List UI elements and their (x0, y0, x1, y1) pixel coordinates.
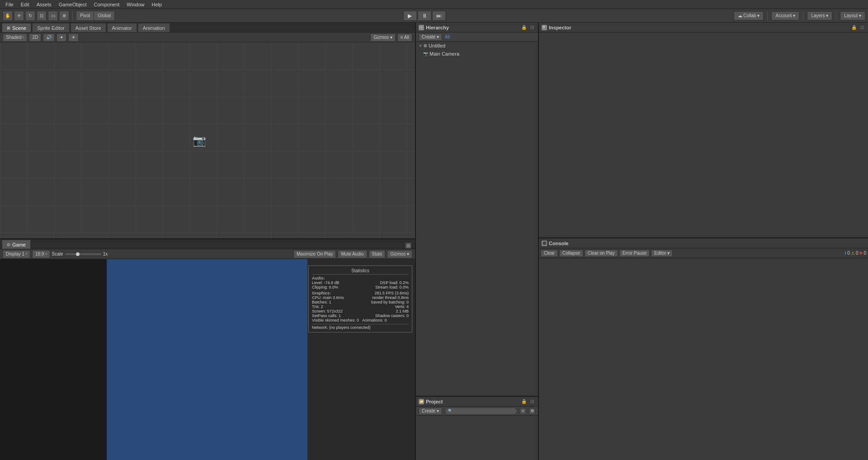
scale-slider-thumb[interactable] (76, 252, 80, 256)
hierarchy-sub-bar: Create ▾ All (416, 33, 538, 42)
stats-cpu: CPU: main 3.6ms (312, 295, 344, 300)
collab-icon: ☁ (738, 13, 742, 18)
game-gizmos-btn[interactable]: Gizmos ▾ (387, 250, 412, 258)
scale-control: Scale 1x (52, 251, 108, 256)
camera-icon-hier: 📷 (423, 52, 428, 56)
console-content (539, 258, 868, 460)
hierarchy-create-btn[interactable]: Create ▾ (419, 33, 442, 41)
stats-audio-label: Audio: (312, 276, 409, 280)
rotate-tool-btn[interactable]: ↻ (25, 11, 35, 21)
stats-animations: Animations: 0 (362, 318, 387, 322)
inspector-icon: 🔍 (542, 25, 547, 30)
display-btn[interactable]: Display 1 ▾ (3, 250, 30, 258)
tab-animation[interactable]: Animation (138, 23, 170, 32)
audio-btn[interactable]: 🔊 (43, 33, 55, 42)
scene-all-btn[interactable]: ≡ All (397, 33, 412, 42)
work-area: ⊞ Scene Sprite Editor Asset Store Animat… (0, 23, 868, 460)
shading-mode-btn[interactable]: Shaded ▾ (3, 33, 27, 42)
stats-render: render thread 0.8ms (372, 295, 409, 300)
scene-arrow: ▼ (419, 44, 422, 48)
console-clear-btn[interactable]: Clear (541, 250, 558, 257)
tab-scene[interactable]: ⊞ Scene (2, 23, 31, 32)
hierarchy-header: ≡ Hierarchy 🔒 ⊡ (416, 23, 538, 33)
transform-tool-btn[interactable]: ⊕ (59, 11, 69, 21)
game-maximize-btn[interactable]: ⊡ (405, 242, 411, 249)
camera-object[interactable]: 📷 (193, 134, 206, 147)
project-create-btn[interactable]: Create ▾ (419, 408, 442, 415)
inspector-maximize-icon[interactable]: ⊡ (859, 24, 865, 31)
stats-screen: Screen: 572x322 (312, 309, 343, 313)
tab-game[interactable]: ⊙ Game (2, 240, 31, 249)
tab-sprite-editor[interactable]: Sprite Editor (32, 23, 70, 32)
menu-window[interactable]: Window (123, 0, 148, 9)
tab-asset-store[interactable]: Asset Store (71, 23, 106, 32)
scene-toolbar: Shaded ▾ 2D 🔊 ✦ ☀ Gizmos ▾ ≡ All (0, 33, 415, 43)
move-tool-btn[interactable]: ✛ (14, 11, 24, 21)
rect-tool-btn[interactable]: ▭ (48, 11, 58, 21)
project-icon: 📁 (419, 399, 424, 404)
game-tab-label: Game (12, 242, 26, 247)
scene-light-btn[interactable]: ☀ (68, 33, 79, 42)
dimension-btn[interactable]: 2D (29, 33, 41, 42)
right-col: ≡ Hierarchy 🔒 ⊡ Create ▾ All (415, 23, 868, 460)
console-error-pause-btn[interactable]: Error Pause (619, 250, 650, 257)
pivot-btn[interactable]: Pivot (76, 11, 94, 20)
console-clear-on-play-btn[interactable]: Clear on Play (585, 250, 618, 257)
scale-tool-btn[interactable]: ⊡ (37, 11, 47, 21)
error-icon: ✖ (859, 251, 863, 256)
step-btn[interactable]: ⏭ (432, 11, 446, 21)
project-settings-btn[interactable]: ⚙ (529, 408, 535, 414)
gizmos-btn[interactable]: Gizmos ▾ (370, 33, 396, 42)
scale-slider-track[interactable] (65, 253, 101, 255)
stats-stream: Stream load: 0.0% (375, 285, 409, 289)
mute-audio-btn[interactable]: Mute Audio (338, 250, 367, 258)
menu-gameobject[interactable]: GameObject (55, 0, 90, 9)
console-editor-btn[interactable]: Editor ▾ (651, 250, 673, 257)
scene-canvas: 📷 (0, 43, 415, 238)
layout-btn[interactable]: Layout ▾ (840, 11, 865, 20)
project-header: 📁 Project 🔒 ⊡ (416, 397, 538, 407)
project-view-btn[interactable]: ≡ (520, 408, 526, 414)
hierarchy-scene-row[interactable]: ▼ ⊞ Untitled (416, 42, 538, 50)
menu-file[interactable]: File (2, 0, 17, 9)
menu-help[interactable]: Help (148, 0, 165, 9)
hierarchy-lock-icon[interactable]: 🔒 (521, 24, 527, 31)
fx-btn[interactable]: ✦ (57, 33, 66, 42)
inspector-title: Inspector (549, 25, 571, 30)
collab-btn[interactable]: ☁ Collab ▾ (734, 11, 764, 20)
project-search[interactable]: 🔍 (445, 408, 517, 415)
tab-animator[interactable]: Animator (107, 23, 137, 32)
menu-assets[interactable]: Assets (33, 0, 55, 9)
scene-section: ⊞ Scene Sprite Editor Asset Store Animat… (0, 23, 415, 238)
inspector-panel: 🔍 Inspector 🔒 ⊡ (539, 23, 868, 238)
menu-edit[interactable]: Edit (17, 0, 33, 9)
menu-component[interactable]: Component (90, 0, 123, 9)
info-count: 0 (847, 251, 850, 256)
project-content (416, 416, 538, 460)
project-maximize-icon[interactable]: ⊡ (529, 398, 535, 405)
hierarchy-maximize-icon[interactable]: ⊡ (529, 24, 535, 31)
console-count-group: ℹ 0 ⚠ 0 ✖ 0 (844, 251, 866, 256)
hierarchy-panel: ≡ Hierarchy 🔒 ⊡ Create ▾ All (416, 23, 538, 397)
hierarchy-camera-row[interactable]: 📷 Main Camera (416, 50, 538, 58)
maximize-on-play-btn[interactable]: Maximize On Play (293, 250, 336, 258)
aspect-btn[interactable]: 16:9 ▾ (32, 250, 50, 258)
info-icon: ℹ (844, 251, 846, 256)
account-btn[interactable]: Account ▾ (771, 11, 799, 20)
play-btn[interactable]: ▶ (403, 11, 417, 21)
scene-tab-icon: ⊞ (7, 26, 10, 30)
inspector-lock-icon[interactable]: 🔒 (851, 24, 857, 31)
menu-bar: File Edit Assets GameObject Component Wi… (0, 0, 868, 9)
project-sub-bar: Create ▾ 🔍 ≡ ⚙ (416, 407, 538, 416)
layers-btn[interactable]: Layers ▾ (807, 11, 832, 20)
stats-btn[interactable]: Stats (369, 250, 386, 258)
hierarchy-all-tag[interactable]: All (445, 34, 450, 39)
sep3 (803, 11, 803, 20)
stats-graphics: Graphics: 281.5 FPS (3.6ms) CPU: main 3.… (312, 291, 409, 322)
pause-btn[interactable]: ⏸ (418, 11, 431, 21)
global-btn[interactable]: Global (94, 11, 114, 20)
console-header: ⬛ Console (539, 238, 868, 248)
hand-tool-btn[interactable]: ✋ (3, 11, 13, 21)
project-lock-icon[interactable]: 🔒 (521, 398, 527, 405)
console-collapse-btn[interactable]: Collapse (559, 250, 583, 257)
